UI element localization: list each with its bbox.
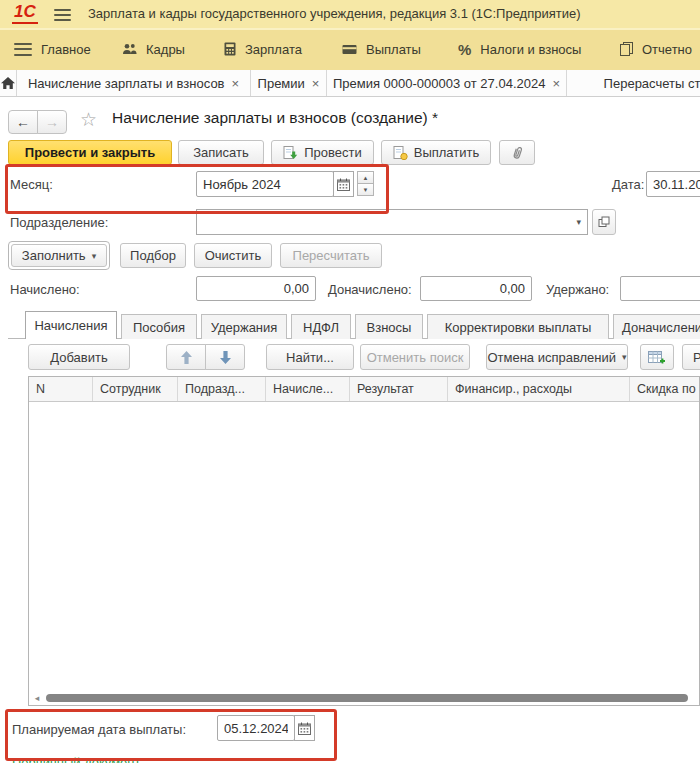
people-icon xyxy=(122,43,137,55)
primary-document-link[interactable]: Первичный документ xyxy=(12,755,140,763)
card-icon xyxy=(342,44,357,55)
button-label: Выплатить xyxy=(414,145,480,160)
menu-item-nalogi[interactable]: % Налоги и взносы xyxy=(458,38,581,60)
cancel-fixes-button[interactable]: Отмена исправлений ▾ xyxy=(486,344,628,370)
grid-column-finansir[interactable]: Финансир., расходы xyxy=(448,377,630,401)
hamburger-icon[interactable] xyxy=(54,9,71,21)
sections-menubar: Главное Кадры Зарплата Выплаты % Налоги … xyxy=(0,30,700,70)
menu-item-otchetnost[interactable]: Отчетно xyxy=(620,38,692,60)
spin-up-icon: ▲ xyxy=(363,175,369,181)
menu-label: Выплаты xyxy=(366,42,421,57)
button-label: Заполнить xyxy=(22,248,86,263)
added-input[interactable] xyxy=(420,276,532,301)
pay-doc-icon xyxy=(393,146,408,160)
tab-label: Перерасчеты ст xyxy=(604,76,700,91)
date-input[interactable] xyxy=(646,171,700,197)
department-open-button[interactable] xyxy=(592,209,616,235)
window-tabbar: Начисление зарплаты и взносов × Премии ×… xyxy=(0,70,700,97)
menu-item-zarplata[interactable]: Зарплата xyxy=(224,38,302,60)
close-icon[interactable]: × xyxy=(312,76,320,91)
grid-column-sotrudnik[interactable]: Сотрудник xyxy=(93,377,178,401)
fill-button[interactable]: Заполнить ▾ xyxy=(11,244,107,267)
accrued-input[interactable] xyxy=(196,276,316,301)
add-row-button[interactable]: Добавить xyxy=(28,344,130,370)
favorite-star-icon[interactable]: ☆ xyxy=(80,108,97,131)
button-label: Подбор xyxy=(130,248,176,263)
calendar-icon xyxy=(337,178,350,191)
home-icon xyxy=(0,76,16,90)
pick-button[interactable]: Подбор xyxy=(120,243,186,268)
column-label: Результат xyxy=(357,382,414,396)
column-label: Подразд... xyxy=(185,382,245,396)
planned-date-calendar-button[interactable] xyxy=(294,715,315,741)
calculate-button[interactable]: Расч xyxy=(682,344,700,370)
pay-button[interactable]: Выплатить xyxy=(381,140,491,165)
clear-button[interactable]: Очистить xyxy=(194,243,272,268)
department-combo[interactable]: ▾ xyxy=(196,209,588,235)
tab-vznosy[interactable]: Взносы xyxy=(355,314,423,339)
write-button[interactable]: Записать xyxy=(178,140,264,165)
window-tab-pereraschety[interactable]: Перерасчеты ст xyxy=(567,70,700,96)
chevron-down-icon: ▾ xyxy=(622,352,627,362)
scroll-left-icon[interactable]: ◂ xyxy=(30,693,44,703)
fill-button-frame: Заполнить ▾ xyxy=(8,241,110,270)
grid-column-nachislenie[interactable]: Начисле... xyxy=(266,377,350,401)
recalculate-button[interactable]: Пересчитать xyxy=(280,243,382,268)
tab-label: Начисления xyxy=(34,318,107,333)
menu-item-kadry[interactable]: Кадры xyxy=(122,38,185,60)
arrow-down-icon xyxy=(220,351,231,364)
menu-label: Налоги и взносы xyxy=(480,42,581,57)
grid-column-n[interactable]: N xyxy=(29,377,93,401)
find-button[interactable]: Найти... xyxy=(266,344,354,370)
back-button[interactable]: ← xyxy=(8,110,38,134)
column-label: Финансир., расходы xyxy=(455,382,572,396)
spin-down-button[interactable]: ▼ xyxy=(357,183,374,196)
grid-column-rezultat[interactable]: Результат xyxy=(350,377,448,401)
post-button[interactable]: Провести xyxy=(271,140,374,165)
button-label: Очистить xyxy=(205,248,262,263)
post-and-close-button[interactable]: Провести и закрыть xyxy=(8,140,172,165)
home-tab[interactable] xyxy=(0,70,17,96)
tab-ndfl[interactable]: НДФЛ xyxy=(291,314,351,339)
window-tab-premii[interactable]: Премии × xyxy=(251,70,327,96)
back-icon: ← xyxy=(16,114,30,130)
onec-window: { "titlebar": { "app_title": "Зарплата и… xyxy=(0,0,700,763)
move-up-button[interactable] xyxy=(166,344,206,370)
spin-down-icon: ▼ xyxy=(363,187,369,193)
close-icon[interactable]: × xyxy=(232,76,240,91)
button-label: Отмена исправлений xyxy=(487,350,616,365)
close-icon[interactable]: × xyxy=(552,76,560,91)
tab-posobiya[interactable]: Пособия xyxy=(121,314,197,339)
grid-column-skidka[interactable]: Скидка по xyxy=(630,377,700,401)
month-input[interactable] xyxy=(196,171,334,197)
attachments-button[interactable] xyxy=(499,140,535,165)
column-label: Сотрудник xyxy=(100,382,161,396)
window-tab-premiya-doc[interactable]: Премия 0000-000003 от 27.04.2024 × xyxy=(327,70,567,96)
button-label: Найти... xyxy=(286,350,334,365)
added-label: Доначислено: xyxy=(328,282,412,297)
withheld-label: Удержано: xyxy=(546,282,609,297)
column-label: Начисле... xyxy=(273,382,333,396)
tab-korrektirovki[interactable]: Корректировки выплаты xyxy=(427,314,609,339)
chevron-down-icon[interactable]: ▾ xyxy=(576,217,581,227)
tab-label: Пособия xyxy=(133,320,185,335)
planned-date-input[interactable] xyxy=(217,715,295,741)
cancel-search-button[interactable]: Отменить поиск xyxy=(360,344,470,370)
date-label: Дата: xyxy=(612,177,644,192)
grid-column-podrazdelenie[interactable]: Подразд... xyxy=(178,377,266,401)
tab-donachisleniya[interactable]: Доначисления, перера xyxy=(613,314,700,339)
table-settings-button[interactable] xyxy=(640,344,674,370)
move-down-button[interactable] xyxy=(205,344,245,370)
forward-button[interactable]: → xyxy=(37,110,67,134)
menu-item-vyplaty[interactable]: Выплаты xyxy=(342,38,421,60)
tab-label: Начисление зарплаты и взносов xyxy=(28,76,225,91)
tab-nachisleniya[interactable]: Начисления xyxy=(25,311,117,339)
month-calendar-button[interactable] xyxy=(333,171,354,197)
window-tab-nachislenie[interactable]: Начисление зарплаты и взносов × xyxy=(17,70,251,96)
tab-uderzhaniya[interactable]: Удержания xyxy=(201,314,287,339)
percent-icon: % xyxy=(458,41,471,58)
withheld-input[interactable] xyxy=(620,276,700,301)
column-label: Скидка по xyxy=(637,382,696,396)
scrollbar-thumb[interactable] xyxy=(46,694,688,702)
menu-item-glavnoe[interactable]: Главное xyxy=(14,38,91,60)
